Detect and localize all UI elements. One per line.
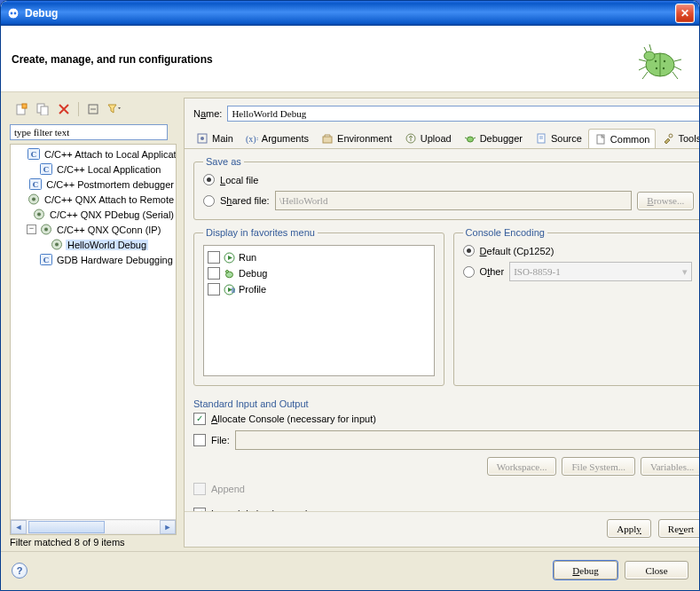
shared-file-radio[interactable]: [203, 195, 215, 207]
tree-item[interactable]: CC/C++ Attach to Local Application: [12, 146, 176, 162]
square-dot-icon: [196, 132, 208, 145]
bug-icon: [224, 268, 235, 280]
tab-upload[interactable]: Upload: [398, 128, 458, 148]
svg-point-10: [663, 67, 665, 69]
qnx-icon: [27, 193, 40, 206]
encoding-default-radio[interactable]: [463, 245, 475, 256]
tab-arguments[interactable]: (x)=Arguments: [240, 128, 315, 148]
collapse-icon[interactable]: −: [27, 225, 36, 234]
file-output-label[interactable]: File:: [211, 435, 230, 445]
left-toolbar: [10, 98, 177, 121]
tab-label: Upload: [421, 133, 452, 144]
tree-item-label: C/C++ QNX Attach to Remote: [43, 194, 176, 205]
allocate-console-label[interactable]: Allocate Console (necessary for input): [211, 414, 376, 424]
save-as-legend: Save as: [203, 156, 244, 167]
tab-tools[interactable]: Tools: [656, 128, 700, 148]
encoding-default-label[interactable]: Default (Cp1252): [480, 246, 554, 256]
close-icon[interactable]: ✕: [675, 4, 695, 23]
shared-file-label[interactable]: Shared file:: [220, 195, 270, 206]
file-output-checkbox[interactable]: [193, 434, 206, 446]
apply-button[interactable]: Apply: [607, 519, 651, 538]
svg-text:C: C: [33, 180, 39, 189]
tree-horizontal-scrollbar[interactable]: ◄ ►: [11, 519, 176, 534]
svg-point-7: [655, 60, 657, 62]
tree-item[interactable]: HelloWorld Debug: [12, 237, 176, 252]
tab-source[interactable]: Source: [529, 128, 588, 148]
content-area: CC/C++ Attach to Local ApplicationCC/C++…: [1, 92, 699, 551]
tree-item-label: C/C++ Local Application: [55, 164, 162, 175]
local-file-radio[interactable]: [203, 174, 215, 185]
bug-illustration-icon: [633, 35, 683, 84]
favorites-checkbox[interactable]: [208, 251, 220, 264]
revert-button[interactable]: Revert: [658, 519, 700, 538]
tree-item-label: C/C++ Attach to Local Application: [43, 149, 176, 160]
tree-item[interactable]: CGDB Hardware Debugging: [12, 252, 176, 267]
new-config-button[interactable]: [12, 99, 31, 119]
scroll-track[interactable]: [27, 521, 160, 533]
encoding-other-select: ISO-8859-1: [509, 262, 692, 281]
tree-item[interactable]: C/C++ QNX Attach to Remote: [12, 192, 176, 207]
favorites-checkbox[interactable]: [208, 283, 220, 296]
name-input[interactable]: [227, 106, 700, 122]
tab-label: Tools: [678, 133, 700, 144]
encoding-other-radio[interactable]: [463, 266, 475, 278]
c-box-icon: C: [27, 147, 40, 161]
append-checkbox: [193, 483, 206, 495]
filter-menu-button[interactable]: [105, 99, 124, 119]
scroll-thumb[interactable]: [28, 521, 105, 533]
workspace-button: Workspace...: [487, 457, 557, 476]
tree-item[interactable]: CC/C++ Postmortem debugger: [12, 177, 176, 192]
allocate-console-checkbox[interactable]: [193, 413, 206, 425]
tree-item[interactable]: C/C++ QNX PDebug (Serial): [12, 207, 176, 222]
svg-point-24: [32, 198, 35, 201]
dialog-window: Debug ✕ Create, manage, and run configur…: [0, 0, 700, 591]
c-box-icon: C: [39, 162, 52, 176]
filter-status: Filter matched 8 of 9 items: [10, 535, 177, 548]
tree-item[interactable]: CC/C++ Local Application: [12, 162, 176, 177]
scroll-right-icon[interactable]: ►: [160, 520, 176, 534]
scroll-left-icon[interactable]: ◄: [11, 520, 27, 534]
config-tree[interactable]: CC/C++ Attach to Local ApplicationCC/C++…: [11, 145, 176, 519]
tab-common[interactable]: Common: [588, 129, 657, 149]
favorites-checkbox[interactable]: [208, 267, 220, 280]
favorites-item[interactable]: Profile: [208, 281, 430, 297]
collapse-all-button[interactable]: [83, 99, 103, 119]
delete-config-button[interactable]: [54, 99, 74, 119]
tab-label: Main: [212, 133, 233, 144]
tree-item[interactable]: −C/C++ QNX QConn (IP): [12, 222, 176, 237]
svg-point-2: [11, 12, 13, 15]
svg-text:C: C: [43, 165, 49, 174]
tree-item-label: C/C++ QNX PDebug (Serial): [48, 209, 176, 220]
file-output-input: [235, 430, 700, 450]
svg-point-48: [226, 270, 229, 272]
c-box-icon: C: [28, 177, 42, 191]
titlebar[interactable]: Debug ✕: [1, 1, 699, 26]
svg-point-28: [44, 228, 48, 232]
favorites-item[interactable]: Debug: [208, 265, 430, 281]
local-file-label[interactable]: Local file: [220, 175, 258, 185]
bug-icon: [464, 132, 476, 145]
tab-label: Common: [610, 134, 650, 145]
tab-main[interactable]: Main: [190, 128, 240, 148]
help-icon[interactable]: ?: [12, 563, 28, 579]
close-button[interactable]: Close: [625, 561, 688, 579]
tab-label: Arguments: [262, 133, 309, 144]
tab-environment[interactable]: Environment: [315, 128, 398, 148]
encoding-other-label[interactable]: Other: [480, 266, 505, 277]
tools-icon: [662, 132, 674, 145]
tab-label: Debugger: [480, 133, 523, 144]
favorites-item-label: Debug: [239, 268, 267, 279]
duplicate-config-button[interactable]: [33, 99, 52, 119]
tab-label: Source: [551, 133, 582, 144]
svg-rect-36: [323, 137, 332, 143]
filter-input[interactable]: [10, 124, 168, 140]
favorites-list[interactable]: RunDebugProfile: [203, 245, 435, 376]
debug-button[interactable]: Debug: [554, 561, 617, 579]
tab-debugger[interactable]: Debugger: [458, 128, 529, 148]
toolbar-separator: [78, 102, 79, 116]
favorites-item[interactable]: Run: [208, 249, 430, 265]
favorites-item-label: Profile: [239, 284, 266, 295]
variables-button: Variables...: [641, 457, 700, 476]
filesystem-button: File System...: [562, 457, 635, 476]
tree-wrap: CC/C++ Attach to Local ApplicationCC/C++…: [10, 144, 177, 535]
